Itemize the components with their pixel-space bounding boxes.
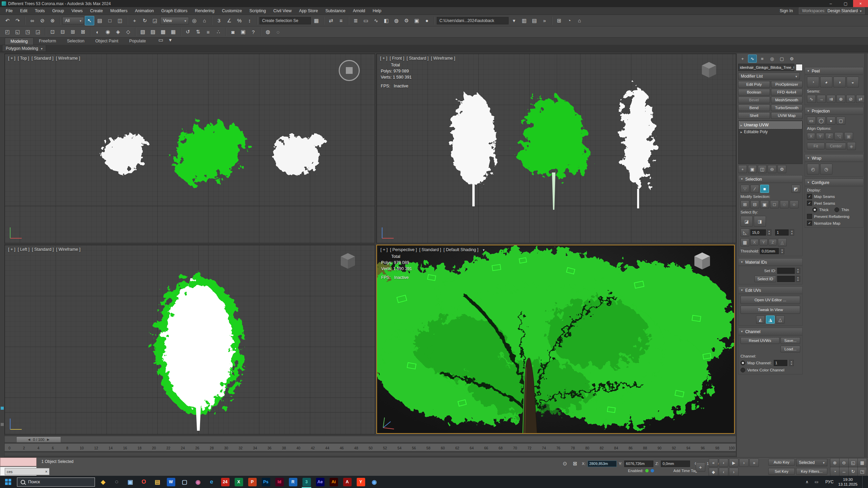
matid-spinner[interactable]: [790, 229, 794, 236]
percent-snap-icon[interactable]: %: [235, 16, 244, 25]
viewcube[interactable]: [699, 60, 719, 80]
render-production-icon[interactable]: ●: [422, 16, 432, 25]
display-tab-icon[interactable]: ▢: [777, 55, 786, 63]
box-map-icon[interactable]: ▢: [836, 117, 845, 125]
viewport-pov-menu[interactable]: [ Perspective ]: [390, 247, 417, 252]
x-axis-toggle[interactable]: X: [750, 239, 758, 246]
viewport-general-menu[interactable]: [ + ]: [380, 247, 388, 252]
threshold-spinner[interactable]: [780, 248, 784, 254]
notepad-icon[interactable]: ▢: [178, 476, 191, 488]
show-end-result-icon[interactable]: ▣: [748, 165, 757, 173]
ribbon-tab-object-paint[interactable]: Object Paint: [90, 38, 124, 44]
viewport-left[interactable]: [ + ][ Left ][ Standard ][ Wireframe ]: [4, 245, 375, 434]
go-to-start-icon[interactable]: «: [709, 459, 718, 467]
viewport-pov-menu[interactable]: [ Front ]: [390, 56, 404, 61]
stack-expand-icon[interactable]: [741, 129, 742, 134]
thick-radio[interactable]: [812, 207, 817, 212]
edge-tool-icon[interactable]: ⊟: [58, 27, 67, 37]
quick-planar-x-icon[interactable]: ◭: [756, 316, 765, 324]
render-setup-icon[interactable]: ⚙: [402, 16, 411, 25]
load-uvws-button[interactable]: Load...: [781, 346, 800, 352]
chrome-icon[interactable]: ◉: [368, 476, 381, 488]
peel-seams-checkbox[interactable]: [807, 201, 812, 206]
select-by-element-icon[interactable]: ◨: [754, 216, 766, 227]
modifier-button-ffd-4x4x4[interactable]: FFD 4x4x4: [771, 89, 803, 96]
cylindrical-map-icon[interactable]: ◯: [817, 117, 826, 125]
align-normal-icon[interactable]: ◹: [834, 132, 843, 140]
menu-item-customize[interactable]: Customize: [218, 7, 245, 15]
open-explorer-icon[interactable]: ▤: [530, 16, 539, 25]
key-filters-button[interactable]: Key Filters...: [796, 468, 827, 475]
quick-planar-z-icon[interactable]: △: [776, 316, 785, 324]
maximize-button[interactable]: ▢: [838, 0, 853, 7]
matid-field[interactable]: 1: [775, 229, 789, 236]
menu-item-modifiers[interactable]: Modifiers: [106, 7, 131, 15]
taskbar-clock[interactable]: 19:30 13.11.2025: [838, 477, 857, 487]
viewport-standard-menu[interactable]: [ Standard ]: [32, 247, 54, 252]
project-folder-caret-icon[interactable]: ▾: [509, 16, 519, 25]
ribbon-tab-selection[interactable]: Selection: [61, 38, 90, 44]
stack-item-editable-poly[interactable]: Editable Poly: [739, 128, 802, 135]
modifier-button-turbosmooth[interactable]: TurboSmooth: [771, 104, 803, 111]
vertex-tool-icon[interactable]: ⊡: [48, 27, 57, 37]
yandex-icon[interactable]: Y: [354, 476, 368, 488]
planar-angle-toggle-icon[interactable]: ◺: [741, 228, 749, 237]
viewport-standard-menu[interactable]: [ Standard ]: [419, 247, 441, 252]
material-ids-rollout-header[interactable]: Material IDs: [738, 259, 802, 266]
set-id-spinner[interactable]: [796, 268, 800, 274]
viewport-top[interactable]: [ + ][ Top ][ Standard ][ Wireframe ]: [4, 54, 375, 243]
select-and-rotate-icon[interactable]: ↻: [140, 16, 150, 25]
expand-poly-to-seam-icon[interactable]: ⊕: [836, 95, 845, 103]
play-icon[interactable]: ▶: [729, 459, 738, 467]
modifier-button-shell[interactable]: Shell: [738, 112, 770, 119]
shrink-uv-icon[interactable]: ⊟: [750, 200, 759, 208]
frame-back-arrow-icon[interactable]: ◀: [28, 438, 30, 441]
viewport-standard-menu[interactable]: [ Standard ]: [407, 56, 429, 61]
max-2024-icon[interactable]: 24: [218, 476, 232, 488]
help-info-icon[interactable]: ?: [249, 27, 258, 37]
select-and-place-icon[interactable]: ⌂: [200, 16, 209, 25]
opera-icon[interactable]: O: [137, 476, 151, 488]
fit-button[interactable]: Fit: [807, 143, 825, 149]
zoom-all-icon[interactable]: ⊖: [839, 458, 849, 467]
edit-named-selections-icon[interactable]: ▦: [312, 16, 321, 25]
menu-item-file[interactable]: File: [2, 7, 16, 15]
remove-modifier-icon[interactable]: ⊖: [768, 165, 776, 173]
utilities-tab-icon[interactable]: ⚙: [787, 55, 796, 63]
ribbon-tab-populate[interactable]: Populate: [124, 38, 151, 44]
rstudio-icon[interactable]: R: [286, 476, 300, 488]
select-object-icon[interactable]: ↖: [85, 16, 94, 25]
quick-peel-icon[interactable]: ◔: [807, 77, 819, 87]
indesign-icon[interactable]: Id: [273, 476, 286, 488]
word-icon[interactable]: W: [164, 476, 178, 488]
viewport-general-menu[interactable]: [ + ]: [8, 247, 15, 252]
rendered-frame-icon[interactable]: ▣: [412, 16, 421, 25]
selection-set-key-dropdown[interactable]: Selected: [796, 459, 827, 466]
align-x-button[interactable]: X: [807, 133, 815, 140]
planar-angle-field[interactable]: 15,0: [750, 229, 766, 236]
wrap-cylinder-icon[interactable]: ◴: [807, 164, 819, 175]
z-coordinate-field[interactable]: 0,0mm: [661, 461, 690, 467]
ribbon-tab-modeling[interactable]: Modeling: [5, 38, 34, 45]
bind-to-space-warp-icon[interactable]: ⊗: [48, 16, 57, 25]
viewcube-compass[interactable]: [339, 60, 360, 81]
show-desktop-button[interactable]: [862, 476, 865, 488]
align-to-icon[interactable]: ◈: [847, 142, 856, 150]
modifier-list-dropdown[interactable]: Modifier List: [738, 73, 800, 80]
wrap-spline-icon[interactable]: ◷: [820, 164, 832, 175]
curve-editor-icon[interactable]: ∿: [371, 16, 381, 25]
project-folder-field[interactable]: C:\Users\dani...2024\autoback: [437, 17, 509, 24]
maxscript-mini-listener-macro[interactable]: [0, 458, 37, 466]
scene-explorer-icon[interactable]: ⊞: [554, 16, 564, 25]
open-uv-editor-button[interactable]: Open UV Editor ...: [741, 296, 800, 304]
threshold-field[interactable]: 0,01mm: [760, 248, 779, 254]
ribbon-minimize-icon[interactable]: ▭: [156, 35, 165, 45]
uv-seams-mode-icon[interactable]: ◩: [791, 185, 800, 193]
ring-uv-icon[interactable]: ○: [790, 200, 798, 208]
viewport-pov-menu[interactable]: [ Top ]: [18, 56, 29, 61]
widgets-icon[interactable]: ◆: [96, 476, 110, 488]
viewport-shading-menu[interactable]: [ Wireframe ]: [431, 56, 455, 61]
menu-item-animation[interactable]: Animation: [131, 7, 158, 15]
workspaces-dropdown[interactable]: Workspaces: Design Standard: [799, 7, 865, 14]
reset-peel-icon[interactable]: ◑: [833, 77, 846, 87]
